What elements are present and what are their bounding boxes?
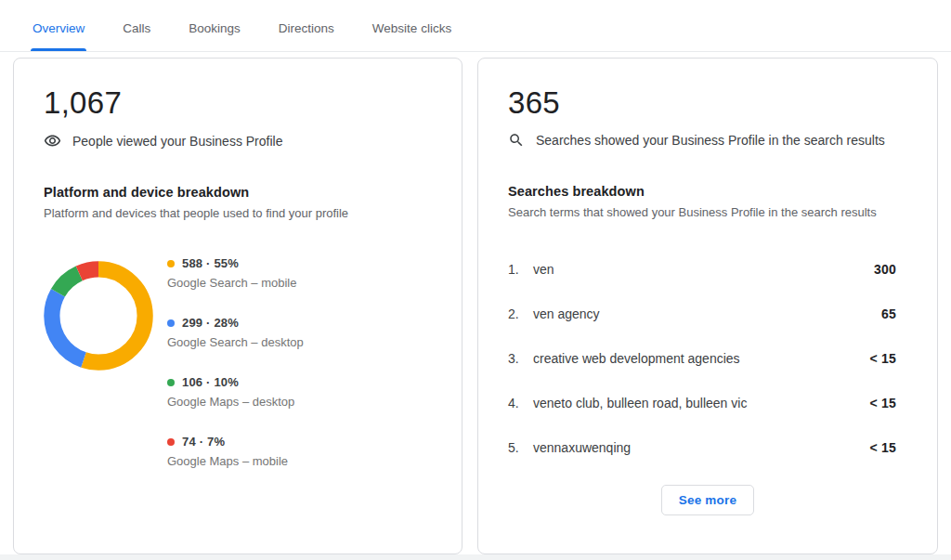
legend-dot-search-desktop bbox=[167, 319, 175, 327]
search-term-row: 4. veneto club, bulleen road, bulleen vi… bbox=[508, 396, 907, 410]
legend-label: Google Maps – mobile bbox=[167, 454, 304, 468]
platform-donut-chart bbox=[44, 261, 153, 371]
platform-chart-row: 588 · 55% Google Search – mobile 299 · 2… bbox=[44, 255, 432, 468]
legend-item: 588 · 55% Google Search – mobile bbox=[167, 256, 304, 290]
search-term-row: 3. creative web development agencies < 1… bbox=[508, 351, 907, 366]
legend-item: 106 · 10% Google Maps – desktop bbox=[167, 375, 304, 409]
search-icon bbox=[508, 132, 525, 149]
term-text: creative web development agencies bbox=[533, 351, 870, 366]
legend-dot-maps-desktop bbox=[167, 379, 175, 386]
search-term-row: 2. ven agency 65 bbox=[508, 306, 907, 321]
legend-label: Google Search – desktop bbox=[167, 335, 304, 349]
term-text: vennaxuwenqing bbox=[533, 440, 870, 455]
searches-caption-row: Searches showed your Business Profile in… bbox=[508, 132, 907, 149]
profile-views-card: 1,067 People viewed your Business Profil… bbox=[13, 58, 462, 554]
donut-chart-svg bbox=[44, 261, 153, 371]
tab-bookings[interactable]: Bookings bbox=[187, 21, 242, 51]
term-value: 300 bbox=[874, 262, 907, 277]
tab-calls[interactable]: Calls bbox=[121, 21, 152, 51]
searches-breakdown-title: Searches breakdown bbox=[508, 184, 907, 199]
search-term-row: 5. vennaxuwenqing < 15 bbox=[508, 440, 907, 455]
tab-overview[interactable]: Overview bbox=[31, 21, 86, 51]
term-value: 65 bbox=[881, 306, 907, 321]
term-rank: 4. bbox=[508, 396, 533, 410]
profile-views-caption-row: People viewed your Business Profile bbox=[44, 132, 432, 150]
term-text: ven bbox=[533, 262, 874, 277]
legend-dot-search-mobile bbox=[167, 260, 175, 267]
insights-cards: 1,067 People viewed your Business Profil… bbox=[0, 52, 951, 554]
legend-item: 74 · 7% Google Maps – mobile bbox=[167, 435, 304, 468]
legend-item: 299 · 28% Google Search – desktop bbox=[167, 316, 304, 349]
legend-value: 299 · 28% bbox=[182, 316, 239, 330]
eye-icon bbox=[44, 132, 61, 150]
platform-breakdown-title: Platform and device breakdown bbox=[44, 185, 432, 200]
searches-card: 365 Searches showed your Business Profil… bbox=[477, 58, 938, 554]
search-terms-list: 1. ven 300 2. ven agency 65 3. creative … bbox=[508, 262, 907, 455]
term-rank: 1. bbox=[508, 262, 533, 277]
legend-value: 74 · 7% bbox=[182, 435, 225, 449]
term-value: < 15 bbox=[870, 396, 907, 410]
platform-breakdown-subtitle: Platform and devices that people used to… bbox=[44, 206, 432, 220]
term-value: < 15 bbox=[870, 440, 907, 455]
profile-views-caption: People viewed your Business Profile bbox=[72, 134, 282, 149]
legend-dot-maps-mobile bbox=[167, 438, 175, 446]
search-term-row: 1. ven 300 bbox=[508, 262, 907, 277]
term-rank: 5. bbox=[508, 440, 533, 455]
term-rank: 3. bbox=[508, 351, 533, 366]
term-text: ven agency bbox=[533, 306, 881, 321]
legend-value: 588 · 55% bbox=[182, 256, 239, 270]
term-value: < 15 bbox=[870, 351, 907, 366]
legend-label: Google Maps – desktop bbox=[167, 395, 304, 409]
see-more-button[interactable]: See more bbox=[661, 485, 754, 515]
tab-directions[interactable]: Directions bbox=[277, 21, 336, 51]
searches-breakdown-subtitle: Search terms that showed your Business P… bbox=[508, 205, 907, 219]
platform-legend: 588 · 55% Google Search – mobile 299 · 2… bbox=[167, 255, 304, 468]
searches-caption: Searches showed your Business Profile in… bbox=[536, 133, 885, 148]
tab-bar: Overview Calls Bookings Directions Websi… bbox=[0, 0, 951, 52]
term-rank: 2. bbox=[508, 306, 533, 321]
legend-value: 106 · 10% bbox=[182, 375, 239, 389]
bottom-strip bbox=[0, 554, 951, 560]
searches-count: 365 bbox=[508, 85, 907, 121]
term-text: veneto club, bulleen road, bulleen vic bbox=[533, 396, 870, 410]
legend-label: Google Search – mobile bbox=[167, 276, 304, 290]
tab-website-clicks[interactable]: Website clicks bbox=[371, 21, 453, 51]
profile-views-count: 1,067 bbox=[44, 85, 432, 121]
